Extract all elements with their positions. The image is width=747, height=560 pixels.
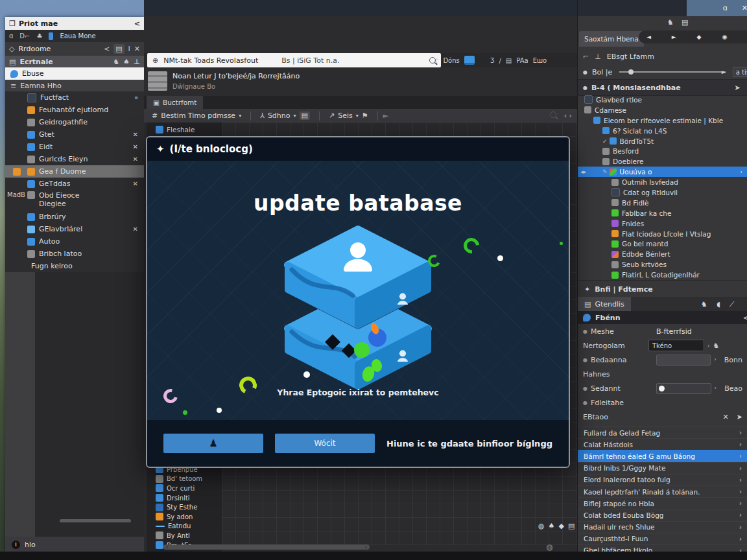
forward-icon[interactable]: ► <box>672 34 676 40</box>
list-item[interactable]: GeTddas✕ <box>5 178 144 190</box>
property-dropdown[interactable]: Tkéno <box>648 340 704 351</box>
seis-button[interactable]: ↗ Seis ▾ ⚑ <box>325 109 372 122</box>
detail-list-row[interactable]: Bibrd Inibs 1/Gggy Mate› <box>578 462 747 474</box>
list-item[interactable]: GElavbrlárel✕ <box>5 223 144 235</box>
palette-titlebar[interactable]: ❒ Priot mae < <box>5 17 144 30</box>
list-item[interactable]: MadBObd EieoceDiegiee <box>5 190 144 211</box>
tree-item[interactable]: Seub krtvöes <box>578 259 747 270</box>
address-bar[interactable]: ⊕ NMt-tak Toads Revolasfout Bs | iSiG To… <box>147 53 441 67</box>
cursor-icon[interactable]: I <box>128 45 130 53</box>
property-slider[interactable] <box>656 383 711 394</box>
tree-item[interactable]: Outmih Isvfedad <box>578 177 747 187</box>
list-item[interactable]: Autoo <box>5 235 144 248</box>
list-item[interactable]: Gurlcds Eieyn✕ <box>5 153 144 165</box>
collapse-icon[interactable]: < <box>743 314 747 322</box>
person-button[interactable]: ♟ <box>163 434 263 453</box>
pin-icon[interactable]: ➤ <box>737 413 742 421</box>
palette-tab-row[interactable]: ▤ Ecrtnale ♞ ♠ ⊥ <box>5 56 144 67</box>
knight-icon[interactable]: ♞ <box>667 18 674 27</box>
detail-list-row[interactable]: Calat Hástdois› <box>578 438 747 450</box>
scroll-left-icon[interactable]: ‹ <box>166 544 169 550</box>
list-item[interactable]: Geidrogathfie <box>5 116 144 128</box>
zoom-search-icon[interactable] <box>550 111 556 118</box>
moon-icon[interactable]: ◖ <box>717 300 720 309</box>
mode-select[interactable]: # Bestim Timo pdmsse ▾ <box>148 109 245 122</box>
expand-icon[interactable]: » <box>134 94 138 101</box>
page-icon[interactable]: ▤ <box>113 44 124 54</box>
grid-icon[interactable]: ▤ <box>300 111 310 120</box>
tree-item[interactable]: 6? Siclat no L4S <box>578 126 747 136</box>
anchor-icon[interactable]: ⊥ <box>595 52 601 61</box>
emo-label[interactable]: Ешо <box>533 57 547 64</box>
anchor-icon[interactable]: ⊥ <box>134 58 140 66</box>
collapse-icon[interactable]: < <box>104 45 110 53</box>
dock-icon[interactable]: ⌐ <box>583 52 589 61</box>
back-icon[interactable]: ◄ <box>646 34 651 40</box>
horizontal-scrollbar[interactable]: ‹ › <box>163 544 370 550</box>
tree-item[interactable]: Flat lciodao Lfcole I Vtslag <box>578 229 747 239</box>
remove-icon[interactable]: ✕ <box>133 131 138 138</box>
find-row[interactable]: ✦ Bnfi | Fdtemce <box>578 280 747 298</box>
angle-icons[interactable]: ‹ › <box>564 111 572 120</box>
chevron-right-icon[interactable]: › <box>707 342 710 349</box>
tree-item[interactable]: Fleshaie <box>147 124 222 135</box>
drag-handle-icon[interactable]: ◂▸ <box>580 169 586 175</box>
dons-label[interactable]: Dóns <box>443 57 459 64</box>
list-item[interactable]: Gea f Duome <box>5 165 144 178</box>
tree-item[interactable]: Besford <box>578 146 747 156</box>
knight-icon[interactable]: ♞ <box>713 342 720 350</box>
tree-item[interactable]: FlatirL L Gotadigenlhár <box>578 270 747 280</box>
record-icon[interactable]: ◍ <box>538 522 545 530</box>
undo-icon[interactable]: ɑ <box>9 32 13 40</box>
asset-thumbnail[interactable] <box>148 71 167 91</box>
diamond-icon[interactable]: ◆ <box>558 522 563 530</box>
clover-icon[interactable]: ♣ <box>36 32 42 40</box>
spade-icon[interactable]: ♠ <box>123 58 130 66</box>
detail-list-row[interactable]: Caurçusthtd-l Fuun› <box>578 533 747 544</box>
collapse-icon[interactable]: < <box>134 19 140 28</box>
compass-icon[interactable]: ◍ <box>546 542 552 552</box>
tree-item[interactable]: Eieom ber rlfeovele estimaie | Kble <box>578 115 747 126</box>
detail-list-row[interactable]: Hadail ulr rech Shlue› <box>578 521 747 533</box>
tree-item[interactable]: Fnides <box>578 218 747 229</box>
knight-icon[interactable]: ♞ <box>113 58 119 66</box>
slider-knob[interactable] <box>659 386 665 391</box>
tree-item[interactable]: ✓BördToT5t <box>578 136 747 146</box>
clear-icon[interactable]: ✕ <box>723 413 729 421</box>
pen-icon[interactable]: ∕ <box>499 57 501 64</box>
detail-list-row[interactable]: Kaoel lepdtrfarh' Rinald á tolánan.› <box>578 485 747 497</box>
tree-item[interactable]: Edbde Bénlert <box>578 249 747 259</box>
palette-search-row[interactable]: ◇ Rrdoome < ▤ I ✕ <box>5 42 144 56</box>
palette-scrollbar[interactable] <box>60 519 131 522</box>
list-item[interactable]: Bribch latoo <box>5 248 144 260</box>
range-slider[interactable]: ► <box>619 71 725 73</box>
chevron-right-icon[interactable]: › <box>714 356 717 364</box>
remove-icon[interactable]: ✕ <box>133 226 138 233</box>
sdhno-button[interactable]: ⅄ Sdhno ▾ ▤ <box>256 109 314 122</box>
tree-item[interactable]: ◂▸✎Uouúva o› <box>578 167 747 177</box>
pin-icon[interactable]: ➤ <box>735 84 741 92</box>
editor-tab[interactable]: ▣ Buctrfomt <box>147 96 203 109</box>
tree-item[interactable]: Cdamese <box>578 105 747 115</box>
remove-icon[interactable]: ✕ <box>133 156 138 163</box>
note-icon[interactable]: ♪ <box>434 57 438 64</box>
list-item[interactable]: Brbrúry <box>5 211 144 223</box>
dialog-titlebar[interactable]: ✦ (I/te bnloclocg) <box>147 137 569 161</box>
tree-item[interactable]: Bd Fidlè <box>578 198 747 208</box>
detail-list-row[interactable]: BifleJ stapoé no Hbla› <box>578 497 747 509</box>
ez-icon[interactable]: Ʒ <box>490 57 495 64</box>
list-item[interactable]: Feuhantôf ejutlomd <box>5 104 144 116</box>
tree-item[interactable]: Go bel mantd <box>578 239 747 249</box>
details-header[interactable]: Fbénn < <box>578 311 747 324</box>
layers-icon[interactable]: ▤ <box>568 522 575 530</box>
paa-label[interactable]: PAa <box>516 57 528 64</box>
tree-item[interactable]: Fablbar ka che <box>578 208 747 218</box>
detail-list-row[interactable]: Elord Inalerond tatoo fulg› <box>578 474 747 485</box>
refresh-icon[interactable]: ◉ <box>722 34 727 40</box>
remove-icon[interactable]: ✕ <box>133 180 138 187</box>
list-item[interactable]: Fugn kelroo <box>5 260 144 272</box>
redo-icon[interactable]: D⌐ <box>19 32 30 40</box>
minimize-button[interactable]: ɑ <box>723 4 728 12</box>
slider-value[interactable]: a tis <box>733 67 747 77</box>
edit-icon[interactable]: ⟋ <box>729 300 735 309</box>
